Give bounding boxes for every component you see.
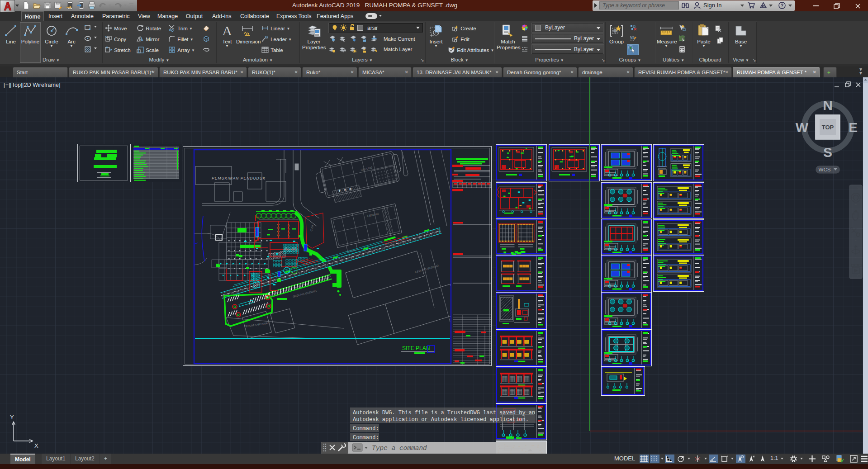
svg-text:TOP: TOP [822,124,834,131]
svg-text:[−][Top][2D Wireframe]: [−][Top][2D Wireframe] [4,82,60,88]
svg-text:Y: Y [10,414,14,421]
svg-text:S: S [823,145,832,160]
svg-text:Autodesk DWG. This file is a: Autodesk DWG. This file is a TrustedDWG … [353,410,535,416]
svg-text:✻: ✻ [349,187,351,190]
svg-text:Command:: Command: [353,426,379,432]
svg-text:X: X [34,442,38,449]
svg-text:E: E [849,120,858,135]
svg-text:PEMUKIMAN PENDUDUK: PEMUKIMAN PENDUDUK [212,176,266,180]
svg-text:SITE PLAN: SITE PLAN [402,345,430,351]
svg-text:Command:: Command: [353,435,379,441]
svg-text:WCS: WCS [819,167,831,172]
svg-text:✻: ✻ [338,189,341,192]
svg-text:✻: ✻ [344,188,346,191]
svg-text:A: A [222,24,232,38]
svg-text:Autodesk application or Autode: Autodesk application or Autodesk license… [353,417,529,423]
svg-text:N: N [823,98,833,113]
svg-text:?: ? [781,3,783,8]
svg-text:W: W [796,120,809,135]
svg-text:Type a command: Type a command [372,445,427,452]
